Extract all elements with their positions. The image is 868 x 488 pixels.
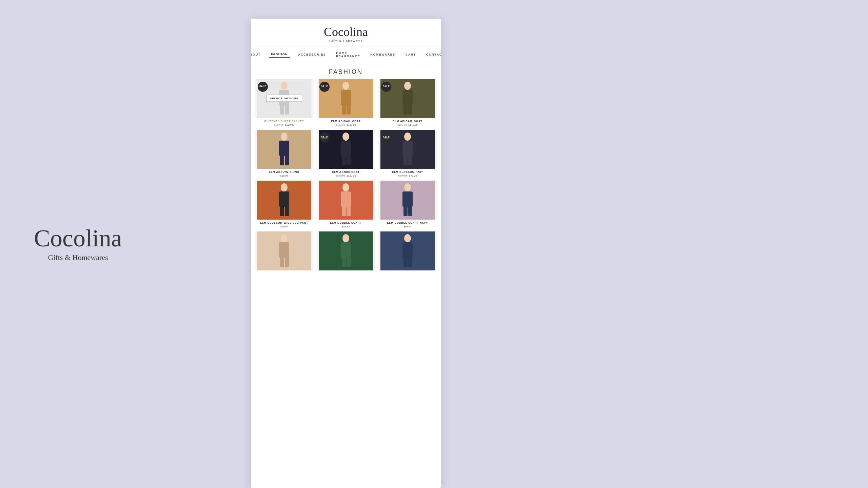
sale-badge-line <box>322 139 327 139</box>
svg-rect-3 <box>280 104 284 115</box>
product-item[interactable]: SALEELM BLOSSOM KNIT$109.95$73.25 <box>378 130 437 177</box>
svg-rect-23 <box>342 155 346 165</box>
product-name: ELM BLOSSOM WIDE LEG PANT <box>255 221 313 224</box>
svg-rect-12 <box>402 90 413 105</box>
main-content-card: Cocolina Gifts & Homewares ABOUT FASHION… <box>251 19 441 488</box>
product-name: ELM BOBBLE SCARF NAVY <box>378 221 437 224</box>
product-image-wrap <box>317 181 375 220</box>
product-image-wrap: SALE <box>317 79 375 118</box>
product-prices: $59.95 <box>255 174 313 177</box>
sale-badge: SALE <box>319 82 330 92</box>
product-item[interactable]: ELM BOBBLE SCARF NAVY$69.95 <box>378 181 437 228</box>
svg-point-11 <box>404 82 411 90</box>
nav-cart[interactable]: CART <box>403 52 418 58</box>
svg-rect-8 <box>342 104 346 115</box>
svg-rect-29 <box>408 155 412 165</box>
product-item[interactable]: ELM ADELYN CHINO$59.95 <box>255 130 313 177</box>
price-original: $189.95 <box>397 123 407 126</box>
svg-rect-7 <box>341 90 351 105</box>
product-prices: $109.95$73.25 <box>378 174 437 177</box>
product-image-wrap: SALE <box>378 79 437 118</box>
product-item[interactable] <box>317 231 375 270</box>
svg-rect-19 <box>285 155 289 165</box>
nav-home-fragrance[interactable]: HOME FRAGRANCE <box>334 50 362 59</box>
product-name: ELM AGNUS COAT <box>317 170 375 174</box>
product-item[interactable]: SALESELECT OPTIONSBLIZZARD PUFFA JACKET$… <box>255 79 313 126</box>
product-image-wrap: SALESELECT OPTIONS <box>255 79 313 118</box>
product-image-wrap <box>317 231 375 270</box>
product-item[interactable]: ELM BOBBLE SCARF$49.95 <box>317 181 375 228</box>
svg-rect-33 <box>280 206 284 216</box>
product-item[interactable]: SALEELM ABIGAIL COAT$189.95$140.00 <box>317 79 375 126</box>
svg-point-6 <box>342 82 349 90</box>
product-prices: $189.95$140.00 <box>317 123 375 126</box>
product-name: ELM ABIGAIL COAT <box>378 120 437 123</box>
svg-rect-47 <box>279 242 289 258</box>
product-prices: $189.95$143.00 <box>378 123 437 126</box>
product-name: BLIZZARD PUFFA JACKET <box>255 120 313 123</box>
site-logo: Cocolina <box>251 25 441 39</box>
product-item[interactable] <box>255 231 313 270</box>
site-tagline: Gifts & Homewares <box>251 39 441 43</box>
svg-point-36 <box>342 183 349 191</box>
product-image-wrap <box>255 181 313 220</box>
svg-rect-53 <box>342 257 346 267</box>
product-item[interactable]: SALEELM AGNUS COAT$189.95$130.00 <box>317 130 375 177</box>
nav-accessories[interactable]: ACCESSORIES <box>296 52 328 58</box>
product-prices: $189.95$130.00 <box>317 174 375 177</box>
product-item[interactable]: ELM BLOSSOM WIDE LEG PANT$69.95 <box>255 181 313 228</box>
nav-homewares[interactable]: HOMEWARES <box>368 52 397 58</box>
svg-rect-49 <box>285 257 289 267</box>
price-regular: $69.95 <box>280 225 288 228</box>
svg-point-21 <box>342 133 349 141</box>
product-image-wrap <box>255 130 313 169</box>
svg-rect-27 <box>402 141 413 156</box>
sale-badge: SALE <box>258 82 268 92</box>
product-image-wrap <box>378 181 437 220</box>
svg-point-1 <box>281 82 288 90</box>
product-item[interactable]: SALEELM ABIGAIL COAT$189.95$143.00 <box>378 79 437 126</box>
product-name: ELM ADELYN CHINO <box>255 170 313 174</box>
price-sale: $73.25 <box>409 174 417 177</box>
sale-badge-text: SALE <box>383 85 390 87</box>
svg-rect-4 <box>285 104 289 115</box>
product-prices: $169.95$120.00 <box>255 123 313 126</box>
svg-rect-18 <box>280 155 284 165</box>
svg-rect-54 <box>347 257 351 267</box>
svg-rect-59 <box>408 257 412 267</box>
left-logo-area: Cocolina Gifts & Homewares <box>34 226 122 262</box>
svg-rect-32 <box>279 191 289 207</box>
price-sale: $130.00 <box>347 174 356 177</box>
sale-badge: SALE <box>381 133 391 143</box>
product-image-wrap: SALE <box>378 130 437 169</box>
svg-rect-48 <box>280 257 284 267</box>
price-original: $109.95 <box>398 174 407 177</box>
svg-point-26 <box>404 133 411 141</box>
product-image-wrap <box>255 231 313 270</box>
nav-about[interactable]: ABOUT <box>251 52 263 58</box>
nav-contact[interactable]: CONTACT <box>424 52 441 58</box>
price-original: $169.95 <box>274 123 283 126</box>
price-original: $189.95 <box>336 123 345 126</box>
svg-rect-42 <box>402 191 413 207</box>
product-grid: SALESELECT OPTIONSBLIZZARD PUFFA JACKET$… <box>251 79 441 277</box>
nav-fashion[interactable]: FASHION <box>269 51 290 58</box>
product-prices: $69.95 <box>255 225 313 228</box>
product-image-wrap <box>378 231 437 270</box>
sale-badge: SALE <box>319 133 330 143</box>
select-options-overlay[interactable]: SELECT OPTIONS <box>266 95 302 102</box>
svg-rect-34 <box>285 206 289 216</box>
svg-rect-39 <box>347 206 351 216</box>
svg-rect-57 <box>402 242 413 258</box>
price-regular: $59.95 <box>280 174 288 177</box>
svg-point-31 <box>281 183 288 191</box>
sale-badge-line <box>260 88 265 88</box>
product-prices: $69.95 <box>378 225 437 228</box>
svg-rect-17 <box>279 141 289 156</box>
svg-rect-28 <box>403 155 408 165</box>
sale-badge: SALE <box>381 82 391 92</box>
product-name: ELM BOBBLE SCARF <box>317 221 375 224</box>
sale-badge-text: SALE <box>321 136 328 138</box>
svg-rect-58 <box>403 257 408 267</box>
product-item[interactable] <box>378 231 437 270</box>
